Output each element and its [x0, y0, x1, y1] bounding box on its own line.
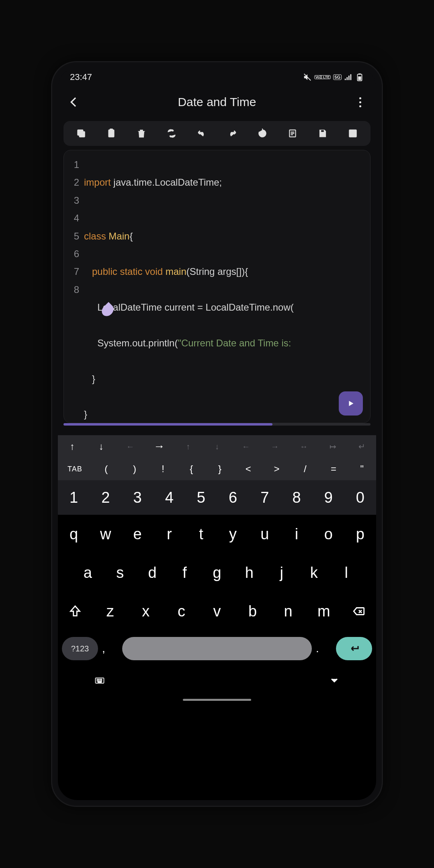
symbol-key-tab[interactable]: TAB: [58, 458, 92, 480]
clock: 23:47: [70, 72, 92, 82]
key-5[interactable]: 5: [185, 480, 217, 515]
symbol-key-"[interactable]: ": [348, 458, 376, 480]
svg-rect-5: [78, 130, 83, 135]
key-o[interactable]: o: [313, 515, 344, 553]
svg-rect-2: [358, 74, 361, 75]
gesture-bar[interactable]: [183, 699, 251, 701]
arrow-key-5[interactable]: ↓: [203, 435, 231, 458]
arrow-key-6[interactable]: ←: [231, 435, 260, 458]
key-s[interactable]: s: [104, 553, 136, 592]
soft-keyboard: 1234567890 qwertyuiop asdfghjkl zxcvbnm …: [58, 480, 376, 800]
coding-accessory-bar: ↑↓←→↑↓←→↔↦↵ TAB()!{}<>/=": [58, 435, 376, 480]
key-9[interactable]: 9: [313, 480, 344, 515]
reset-button[interactable]: [256, 127, 269, 140]
key-e[interactable]: e: [121, 515, 153, 553]
key-v[interactable]: v: [199, 592, 235, 631]
symbol-key-}[interactable]: }: [206, 458, 234, 480]
find-replace-button[interactable]: [165, 127, 178, 140]
page-title: Date and Time: [82, 95, 352, 109]
arrow-key-9[interactable]: ↦: [318, 435, 347, 458]
battery-icon: [355, 73, 364, 82]
scrollbar-thumb[interactable]: [63, 423, 272, 426]
code-editor[interactable]: 1 2 3 4 5 6 7 8 import java.time.LocalDa…: [63, 150, 371, 423]
key-p[interactable]: p: [344, 515, 376, 553]
format-button[interactable]: [286, 127, 299, 140]
line-gutter: 1 2 3 4 5 6 7 8: [64, 156, 84, 423]
symbol-key-)[interactable]: ): [121, 458, 149, 480]
key-k[interactable]: k: [298, 553, 330, 592]
key-7[interactable]: 7: [249, 480, 280, 515]
key-u[interactable]: u: [249, 515, 280, 553]
key-4[interactable]: 4: [154, 480, 185, 515]
svg-point-18: [97, 680, 98, 681]
arrow-key-8[interactable]: ↔: [289, 435, 318, 458]
paste-button[interactable]: [105, 127, 118, 140]
key-i[interactable]: i: [280, 515, 312, 553]
key-z[interactable]: z: [92, 592, 128, 631]
delete-button[interactable]: [135, 127, 148, 140]
comma-key[interactable]: ,: [102, 642, 118, 655]
network-badge: 5G: [333, 74, 342, 80]
key-n[interactable]: n: [270, 592, 306, 631]
key-r[interactable]: r: [154, 515, 185, 553]
key-x[interactable]: x: [128, 592, 164, 631]
back-button[interactable]: [66, 94, 82, 110]
symbol-key-![interactable]: !: [149, 458, 177, 480]
open-external-button[interactable]: [346, 127, 359, 140]
editor-toolbar: [63, 121, 371, 146]
symbol-key-{[interactable]: {: [177, 458, 206, 480]
backspace-key[interactable]: [342, 592, 376, 631]
key-a[interactable]: a: [72, 553, 104, 592]
arrow-key-4[interactable]: ↑: [174, 435, 203, 458]
key-0[interactable]: 0: [344, 480, 376, 515]
key-g[interactable]: g: [201, 553, 233, 592]
copy-button[interactable]: [75, 127, 88, 140]
key-2[interactable]: 2: [90, 480, 121, 515]
key-l[interactable]: l: [330, 553, 362, 592]
svg-point-21: [101, 680, 102, 681]
period-key[interactable]: .: [316, 642, 332, 655]
enter-key[interactable]: [336, 637, 372, 660]
symbol-key-<[interactable]: <: [234, 458, 262, 480]
overflow-menu-button[interactable]: [352, 97, 368, 107]
key-q[interactable]: q: [58, 515, 90, 553]
key-b[interactable]: b: [235, 592, 270, 631]
key-j[interactable]: j: [266, 553, 298, 592]
arrow-key-3[interactable]: →: [145, 435, 174, 458]
key-f[interactable]: f: [168, 553, 201, 592]
svg-point-19: [98, 680, 99, 681]
key-8[interactable]: 8: [280, 480, 312, 515]
key-w[interactable]: w: [90, 515, 121, 553]
code-content[interactable]: import java.time.LocalDateTime; class Ma…: [84, 156, 370, 423]
undo-button[interactable]: [195, 127, 208, 140]
symbol-key-=[interactable]: =: [319, 458, 348, 480]
arrow-key-2[interactable]: ←: [116, 435, 145, 458]
shift-key[interactable]: [58, 592, 92, 631]
arrow-key-10[interactable]: ↵: [347, 435, 376, 458]
keyboard-switch-icon[interactable]: [94, 675, 105, 686]
key-h[interactable]: h: [233, 553, 265, 592]
hide-keyboard-icon[interactable]: [329, 675, 340, 686]
symbol-key-/[interactable]: /: [291, 458, 319, 480]
key-6[interactable]: 6: [217, 480, 249, 515]
key-c[interactable]: c: [164, 592, 199, 631]
key-t[interactable]: t: [185, 515, 217, 553]
key-m[interactable]: m: [306, 592, 342, 631]
symbol-key-([interactable]: (: [92, 458, 121, 480]
key-1[interactable]: 1: [58, 480, 90, 515]
horizontal-scrollbar[interactable]: [63, 423, 371, 426]
redo-button[interactable]: [226, 127, 239, 140]
system-nav-bar: [58, 667, 376, 699]
symbol-key->[interactable]: >: [262, 458, 291, 480]
svg-point-17: [101, 679, 102, 680]
run-button[interactable]: [339, 391, 363, 416]
key-3[interactable]: 3: [121, 480, 153, 515]
save-button[interactable]: [316, 127, 329, 140]
arrow-key-0[interactable]: ↑: [58, 435, 87, 458]
symbols-key[interactable]: ?123: [62, 637, 98, 660]
key-d[interactable]: d: [136, 553, 168, 592]
arrow-key-1[interactable]: ↓: [87, 435, 116, 458]
arrow-key-7[interactable]: →: [260, 435, 289, 458]
key-y[interactable]: y: [217, 515, 249, 553]
space-key[interactable]: [122, 637, 312, 660]
